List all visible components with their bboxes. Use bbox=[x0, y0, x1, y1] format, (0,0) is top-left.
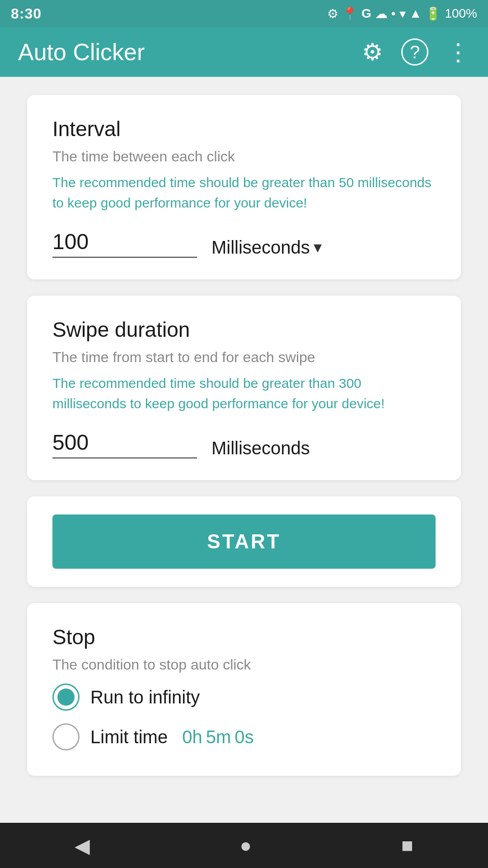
radio-infinity[interactable] bbox=[52, 684, 80, 711]
google-status-icon: G bbox=[361, 6, 371, 21]
time-hours[interactable]: 0h bbox=[182, 727, 202, 747]
swipe-unit-label: Milliseconds bbox=[211, 438, 310, 458]
status-time: 8:30 bbox=[11, 5, 42, 22]
interval-input-row: Milliseconds ▾ bbox=[52, 229, 436, 258]
time-seconds[interactable]: 0s bbox=[235, 727, 253, 747]
radio-row-infinity[interactable]: Run to infinity bbox=[52, 684, 436, 711]
swipe-subtitle: The time from start to end for each swip… bbox=[52, 347, 436, 368]
settings-button[interactable]: ⚙ bbox=[362, 38, 383, 66]
bottom-nav: ◀ ● ■ bbox=[0, 823, 488, 868]
status-icons: ⚙ 📍 G ☁ • ▾ ▲ 🔋 100% bbox=[327, 6, 477, 21]
wifi-icon: ▾ bbox=[399, 6, 406, 21]
dot-status-icon: • bbox=[391, 6, 396, 21]
cloud-status-icon: ☁ bbox=[375, 6, 388, 21]
app-bar: Auto Clicker ⚙ ? ⋮ bbox=[0, 27, 488, 77]
interval-subtitle: The time between each click bbox=[52, 146, 436, 167]
stop-radio-group: Run to infinity Limit time 0h 5m 0s bbox=[52, 684, 436, 750]
app-title: Auto Clicker bbox=[18, 38, 145, 66]
interval-title: Interval bbox=[52, 117, 436, 141]
radio-limit[interactable] bbox=[52, 723, 80, 750]
radio-infinity-label: Run to infinity bbox=[90, 687, 200, 708]
battery-icon: 🔋 bbox=[425, 6, 441, 21]
swipe-input-row: Milliseconds bbox=[52, 430, 436, 458]
radio-infinity-inner bbox=[57, 689, 75, 706]
status-bar: 8:30 ⚙ 📍 G ☁ • ▾ ▲ 🔋 100% bbox=[0, 0, 488, 27]
radio-row-limit[interactable]: Limit time 0h 5m 0s bbox=[52, 723, 436, 750]
main-content: Interval The time between each click The… bbox=[0, 77, 488, 794]
nav-home-button[interactable]: ● bbox=[239, 834, 252, 857]
help-button[interactable]: ? bbox=[401, 38, 428, 66]
start-card: START bbox=[27, 496, 461, 587]
radio-limit-label: Limit time bbox=[90, 727, 168, 747]
interval-input[interactable] bbox=[52, 229, 197, 258]
swipe-card: Swipe duration The time from start to en… bbox=[27, 296, 461, 480]
stop-card: Stop The condition to stop auto click Ru… bbox=[27, 603, 461, 776]
settings-status-icon: ⚙ bbox=[327, 6, 338, 21]
nav-back-button[interactable]: ◀ bbox=[75, 834, 90, 857]
stop-subtitle: The condition to stop auto click bbox=[52, 655, 436, 675]
interval-hint: The recommended time should be greater t… bbox=[52, 172, 436, 213]
interval-dropdown-arrow[interactable]: ▾ bbox=[314, 238, 322, 257]
stop-title: Stop bbox=[52, 625, 436, 649]
swipe-title: Swipe duration bbox=[52, 317, 436, 342]
interval-unit-label: Milliseconds bbox=[211, 237, 310, 258]
time-values: 0h 5m 0s bbox=[182, 727, 253, 747]
maps-status-icon: 📍 bbox=[342, 6, 358, 21]
swipe-input[interactable] bbox=[52, 430, 197, 458]
interval-unit-selector[interactable]: Milliseconds ▾ bbox=[211, 237, 322, 258]
interval-card: Interval The time between each click The… bbox=[27, 95, 461, 279]
more-menu-button[interactable]: ⋮ bbox=[446, 38, 470, 66]
app-bar-actions: ⚙ ? ⋮ bbox=[362, 38, 470, 66]
battery-percent: 100% bbox=[445, 6, 477, 21]
start-button[interactable]: START bbox=[52, 514, 436, 569]
signal-icon: ▲ bbox=[409, 6, 422, 21]
time-minutes[interactable]: 5m bbox=[206, 727, 231, 747]
nav-recent-button[interactable]: ■ bbox=[401, 834, 413, 857]
swipe-hint: The recommended time should be greater t… bbox=[52, 373, 436, 414]
